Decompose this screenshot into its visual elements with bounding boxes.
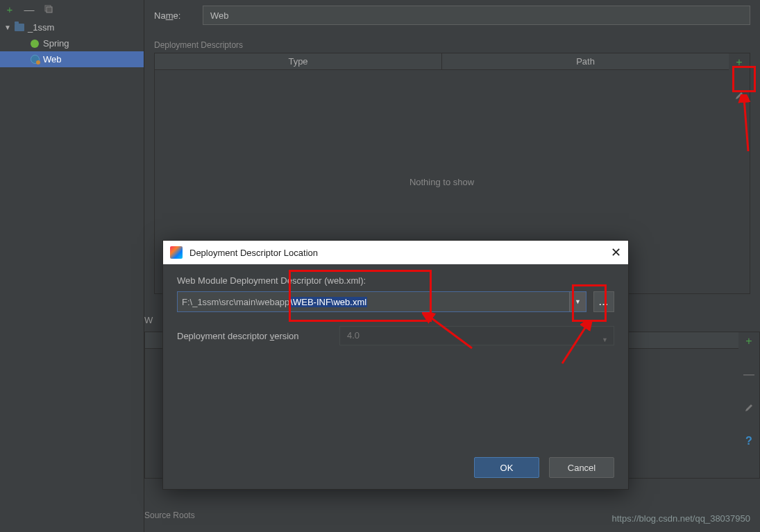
dd-side-toolbar: + bbox=[729, 53, 750, 293]
tree-node-label: Spring bbox=[43, 38, 69, 49]
folder-icon bbox=[14, 22, 25, 33]
add-resource-button[interactable]: + bbox=[743, 335, 755, 347]
webxml-path-label: Web Module Deployment Descriptor (web.xm… bbox=[177, 275, 614, 286]
spring-icon bbox=[29, 38, 40, 49]
wr-side-toolbar: + — ? bbox=[738, 332, 759, 478]
tree-node-root[interactable]: ▼ _1ssm bbox=[0, 19, 144, 35]
truncated-label: W bbox=[144, 315, 153, 325]
cancel-button[interactable]: Cancel bbox=[549, 457, 614, 478]
svg-rect-1 bbox=[47, 7, 52, 12]
copy-icon[interactable] bbox=[43, 3, 54, 15]
add-icon[interactable]: + bbox=[4, 3, 15, 15]
edit-descriptor-button[interactable] bbox=[733, 89, 745, 102]
path-text-selected: \WEB-INF\web.xml bbox=[289, 297, 367, 307]
dd-section-label: Deployment Descriptors bbox=[154, 40, 750, 50]
tree-toolbar: + — bbox=[0, 0, 144, 18]
version-row: Deployment descriptor version 4.0 bbox=[177, 326, 614, 345]
remove-resource-button[interactable]: — bbox=[743, 368, 755, 381]
path-row: F:\_1ssm\src\main\webapp\WEB-INF\web.xml… bbox=[177, 291, 614, 312]
deployment-descriptor-location-dialog: Deployment Descriptor Location ✕ Web Mod… bbox=[162, 240, 629, 490]
dialog-buttons: OK Cancel bbox=[474, 457, 614, 478]
path-text-prefix: F:\_1ssm\src\main\webapp bbox=[182, 297, 289, 307]
remove-icon[interactable]: — bbox=[24, 3, 35, 15]
expand-arrow-icon[interactable]: ▼ bbox=[4, 24, 11, 31]
ok-button[interactable]: OK bbox=[474, 457, 539, 478]
tree-node-label: _1ssm bbox=[28, 22, 54, 33]
intellij-icon bbox=[170, 246, 183, 259]
dd-col-type[interactable]: Type bbox=[155, 53, 442, 69]
module-tree: ▼ _1ssm Spring Web bbox=[0, 18, 144, 67]
dd-col-path[interactable]: Path bbox=[442, 53, 729, 69]
tree-node-label: Web bbox=[43, 54, 62, 65]
tree-node-spring[interactable]: Spring bbox=[0, 35, 144, 51]
dialog-title: Deployment Descriptor Location bbox=[189, 248, 318, 258]
name-label: Name: bbox=[154, 10, 196, 21]
version-select[interactable]: 4.0 bbox=[339, 326, 614, 345]
project-tree-panel: + — ▼ _1ssm Spring Web bbox=[0, 0, 144, 532]
help-button[interactable]: ? bbox=[743, 435, 755, 447]
watermark-text: https://blog.csdn.net/qq_38037950 bbox=[612, 513, 751, 524]
path-history-dropdown[interactable]: ▼ bbox=[569, 292, 586, 311]
dd-table-header: Type Path bbox=[155, 53, 729, 70]
dialog-titlebar[interactable]: Deployment Descriptor Location ✕ bbox=[163, 241, 628, 264]
add-descriptor-button[interactable]: + bbox=[733, 56, 745, 69]
tree-node-web[interactable]: Web bbox=[0, 51, 144, 67]
close-icon[interactable]: ✕ bbox=[611, 245, 621, 260]
name-input[interactable] bbox=[203, 6, 750, 25]
web-icon bbox=[29, 54, 40, 65]
version-label: Deployment descriptor version bbox=[177, 331, 330, 341]
webxml-path-input[interactable]: F:\_1ssm\src\main\webapp\WEB-INF\web.xml… bbox=[177, 291, 586, 312]
source-roots-label: Source Roots bbox=[144, 510, 195, 520]
edit-resource-button[interactable] bbox=[743, 402, 755, 414]
browse-button[interactable]: ... bbox=[593, 291, 614, 312]
name-row: Name: bbox=[154, 6, 750, 25]
dialog-body: Web Module Deployment Descriptor (web.xm… bbox=[163, 264, 628, 357]
